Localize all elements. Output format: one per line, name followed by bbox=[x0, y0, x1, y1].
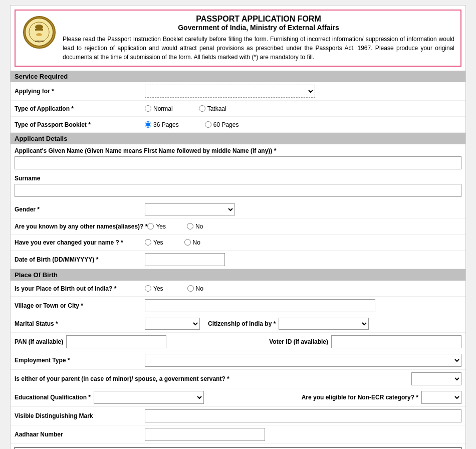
form-title: PASSPORT APPLICATION FORM bbox=[63, 15, 454, 24]
passport-booklet-row: Type of Passport Booklet * 36 Pages 60 P… bbox=[11, 117, 465, 133]
edu-ecr-row: Educational Qualification * Below 8th Pa… bbox=[11, 388, 465, 407]
given-name-label-row: Applicant's Given Name (Given Name means… bbox=[11, 144, 465, 155]
surname-input-row bbox=[11, 183, 465, 201]
name-changed-no-radio[interactable] bbox=[184, 239, 191, 246]
edu-select[interactable]: Below 8th Pass 8th Pass 10th Pass 12th P… bbox=[94, 391, 204, 404]
govt-servant-select[interactable]: Yes No bbox=[411, 372, 461, 385]
normal-radio-group: Normal bbox=[145, 105, 173, 112]
aliases-row: Are you known by any other names(aliases… bbox=[11, 218, 465, 235]
gender-select[interactable]: Male Female Transgender bbox=[145, 203, 235, 215]
aliases-yes-group: Yes bbox=[147, 223, 166, 230]
voter-input[interactable] bbox=[331, 335, 461, 348]
pan-section: PAN (If available) bbox=[15, 335, 269, 348]
name-changed-no-label: No bbox=[193, 239, 200, 246]
place-birth-row: Is your Place of Birth out of India? * Y… bbox=[11, 281, 465, 297]
citizenship-label: Citizenship of India by * bbox=[208, 320, 276, 327]
form-container: सत्यमेव जयते PASSPORT APPLICATION FORM G… bbox=[10, 5, 466, 449]
aliases-yes-radio[interactable] bbox=[147, 223, 154, 230]
dob-label: Date of Birth (DD/MM/YYYY) * bbox=[15, 256, 145, 263]
citizenship-select[interactable]: By Birth By Descent By Registration By N… bbox=[279, 318, 369, 330]
pages-60-radio-group: 60 Pages bbox=[205, 121, 239, 128]
passport-booklet-options: 36 Pages 60 Pages bbox=[145, 121, 249, 128]
form-subtitle: Government of India, Ministry of Externa… bbox=[63, 24, 454, 32]
tatkaal-radio[interactable] bbox=[199, 105, 205, 112]
header-section: सत्यमेव जयते PASSPORT APPLICATION FORM G… bbox=[15, 10, 461, 67]
dob-input[interactable] bbox=[145, 253, 225, 266]
ecr-select[interactable]: Yes No bbox=[421, 391, 461, 404]
village-input[interactable] bbox=[145, 299, 375, 312]
place-of-birth-header: Place Of Birth bbox=[11, 269, 465, 281]
marital-select[interactable]: Single Married Divorced Widowed bbox=[145, 318, 200, 330]
pages-60-radio[interactable] bbox=[205, 121, 211, 128]
name-changed-yes-radio[interactable] bbox=[145, 239, 151, 246]
tatkaal-label: Tatkaal bbox=[207, 105, 226, 112]
pages-36-label: 36 Pages bbox=[153, 121, 179, 128]
type-application-options: Normal Tatkaal bbox=[145, 105, 236, 112]
aliases-no-label: No bbox=[195, 223, 203, 230]
marital-label: Marital Status * bbox=[15, 320, 145, 327]
aadhaar-input[interactable] bbox=[145, 428, 265, 441]
aadhaar-label: Aadhaar Number bbox=[15, 431, 145, 438]
edu-section: Educational Qualification * Below 8th Pa… bbox=[15, 391, 302, 404]
name-changed-no-group: No bbox=[184, 239, 200, 246]
voter-label: Voter ID (If available) bbox=[269, 338, 328, 345]
form-description: Please read the Passport Instruction Boo… bbox=[63, 35, 454, 62]
dob-row: Date of Birth (DD/MM/YYYY) * bbox=[11, 251, 465, 269]
employment-select[interactable]: Government Private Self Employed Student… bbox=[145, 354, 461, 367]
svg-point-2 bbox=[35, 25, 43, 30]
pages-36-radio-group: 36 Pages bbox=[145, 121, 179, 128]
surname-label-row: Surname bbox=[11, 172, 465, 183]
type-application-label: Type of Application * bbox=[15, 105, 145, 112]
normal-radio[interactable] bbox=[145, 105, 151, 112]
birth-out-no-radio[interactable] bbox=[187, 285, 194, 292]
tatkaal-radio-group: Tatkaal bbox=[199, 105, 226, 112]
edu-label: Educational Qualification * bbox=[15, 394, 91, 401]
aliases-no-group: No bbox=[187, 223, 203, 230]
passport-booklet-label: Type of Passport Booklet * bbox=[15, 121, 145, 128]
name-changed-options: Yes No bbox=[145, 239, 210, 246]
india-emblem: सत्यमेव जयते bbox=[23, 16, 56, 49]
employment-row: Employment Type * Government Private Sel… bbox=[11, 351, 465, 370]
consent-box: I, the holder of above mentioned Aadhaar… bbox=[15, 447, 461, 449]
aliases-no-radio[interactable] bbox=[187, 223, 193, 230]
pan-label: PAN (If available) bbox=[15, 338, 63, 345]
surname-input[interactable] bbox=[15, 184, 461, 197]
visible-mark-row: Visible Distinguishing Mark bbox=[11, 407, 465, 425]
normal-label: Normal bbox=[153, 105, 173, 112]
svg-rect-3 bbox=[35, 29, 43, 31]
pan-voter-row: PAN (If available) Voter ID (If availabl… bbox=[11, 333, 465, 351]
gender-label: Gender * bbox=[15, 206, 145, 213]
applying-for-label: Applying for * bbox=[15, 88, 145, 95]
name-changed-row: Have you ever changed your name ? * Yes … bbox=[11, 235, 465, 251]
birth-out-yes-radio[interactable] bbox=[145, 285, 151, 292]
marital-citizenship-row: Marital Status * Single Married Divorced… bbox=[11, 315, 465, 333]
svg-text:सत्यमेव जयते: सत्यमेव जयते bbox=[34, 40, 44, 43]
aliases-yes-label: Yes bbox=[156, 223, 166, 230]
birth-no-group: No bbox=[187, 285, 203, 292]
aliases-options: Yes No bbox=[147, 223, 213, 230]
birth-yes-group: Yes bbox=[145, 285, 163, 292]
place-birth-label: Is your Place of Birth out of India? * bbox=[15, 285, 145, 292]
svg-point-4 bbox=[36, 33, 42, 36]
surname-label: Surname bbox=[15, 175, 40, 182]
village-row: Village or Town or City * bbox=[11, 297, 465, 315]
name-changed-yes-label: Yes bbox=[153, 239, 163, 246]
applying-for-select[interactable]: Fresh Passport Re-issue of Passport bbox=[145, 85, 315, 98]
pan-input[interactable] bbox=[66, 335, 166, 348]
header-text-area: PASSPORT APPLICATION FORM Government of … bbox=[63, 15, 454, 62]
applicant-details-header: Applicant Details bbox=[11, 133, 465, 144]
service-required-header: Service Required bbox=[11, 71, 465, 82]
voter-section: Voter ID (If available) bbox=[269, 335, 461, 348]
pages-36-radio[interactable] bbox=[145, 121, 151, 128]
govt-servant-row: Is either of your parent (in case of min… bbox=[11, 370, 465, 388]
ecr-label: Are you eligible for Non-ECR category? * bbox=[302, 394, 418, 401]
visible-mark-input[interactable] bbox=[145, 409, 461, 422]
logo-area: सत्यमेव जयते bbox=[22, 15, 57, 50]
name-changed-yes-group: Yes bbox=[145, 239, 163, 246]
given-name-input[interactable] bbox=[15, 156, 461, 169]
pages-60-label: 60 Pages bbox=[213, 121, 239, 128]
ecr-section: Are you eligible for Non-ECR category? *… bbox=[302, 391, 461, 404]
type-application-row: Type of Application * Normal Tatkaal bbox=[11, 101, 465, 117]
name-changed-label: Have you ever changed your name ? * bbox=[15, 239, 145, 246]
gender-row: Gender * Male Female Transgender bbox=[11, 201, 465, 218]
